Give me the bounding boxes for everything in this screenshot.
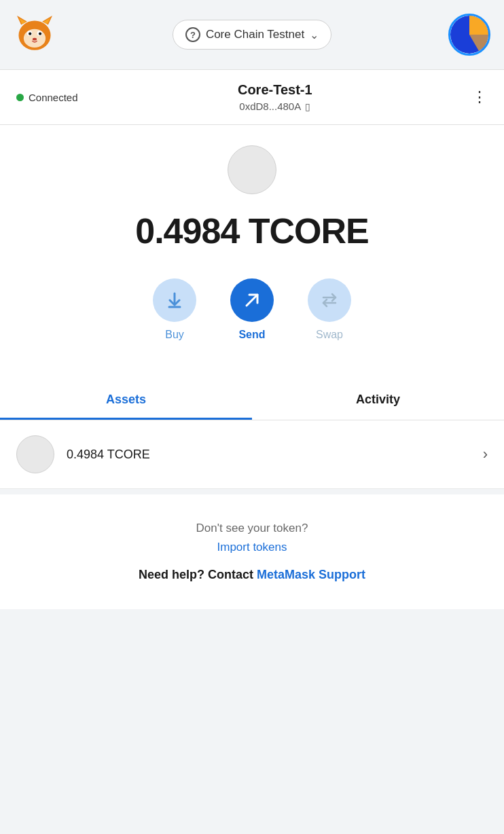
buy-label: Buy <box>165 329 184 341</box>
more-options-button[interactable]: ⋮ <box>472 88 488 106</box>
send-button[interactable]: Send <box>230 278 274 341</box>
network-selector[interactable]: ? Core Chain Testnet ⌄ <box>173 20 331 50</box>
asset-token-icon <box>16 435 54 473</box>
tab-activity[interactable]: Activity <box>252 382 504 420</box>
send-icon-circle <box>230 278 274 322</box>
token-icon <box>228 145 276 194</box>
buy-icon-circle <box>153 278 196 322</box>
header: ? Core Chain Testnet ⌄ <box>0 0 504 70</box>
help-text: Need help? Contact MetaMask Support <box>14 568 490 582</box>
account-info: Core-Test-1 0xdD8...480A ▯ <box>238 82 312 112</box>
chevron-down-icon: ⌄ <box>310 29 319 41</box>
swap-label: Swap <box>316 329 343 341</box>
send-label: Send <box>238 329 265 341</box>
action-buttons: Buy Send Swap <box>14 278 490 341</box>
account-bar: Connected Core-Test-1 0xdD8...480A ▯ ⋮ <box>0 70 504 125</box>
import-tokens-link[interactable]: Import tokens <box>14 541 490 554</box>
svg-point-9 <box>39 32 41 35</box>
account-address: 0xdD8...480A ▯ <box>238 101 312 112</box>
svg-point-10 <box>33 38 37 41</box>
address-text: 0xdD8...480A <box>239 101 301 112</box>
account-name: Core-Test-1 <box>238 82 312 98</box>
tab-assets[interactable]: Assets <box>0 382 252 420</box>
connected-dot <box>16 94 24 101</box>
tabs-container: Assets Activity <box>0 382 504 420</box>
svg-line-14 <box>247 295 257 306</box>
buy-button[interactable]: Buy <box>153 278 196 341</box>
account-avatar[interactable] <box>448 14 490 56</box>
asset-chevron-icon: › <box>483 446 488 463</box>
metamask-support-link[interactable]: MetaMask Support <box>257 568 365 581</box>
dont-see-text: Don't see your token? <box>14 522 490 535</box>
network-help-icon: ? <box>185 27 200 42</box>
assets-section: 0.4984 TCORE › <box>0 420 504 489</box>
connected-status: Connected <box>16 92 78 103</box>
asset-name: 0.4984 TCORE <box>67 448 483 462</box>
connected-label: Connected <box>29 92 78 103</box>
swap-icon-circle <box>308 278 351 322</box>
asset-row[interactable]: 0.4984 TCORE › <box>0 420 504 489</box>
main-content: 0.4984 TCORE Buy Send <box>0 125 504 382</box>
network-name-label: Core Chain Testnet <box>206 28 304 41</box>
swap-button[interactable]: Swap <box>308 278 351 341</box>
metamask-logo <box>14 12 56 57</box>
copy-address-icon[interactable]: ▯ <box>305 101 310 112</box>
balance-display: 0.4984 TCORE <box>14 211 490 251</box>
svg-point-8 <box>29 32 31 35</box>
footer-section: Don't see your token? Import tokens Need… <box>0 489 504 609</box>
